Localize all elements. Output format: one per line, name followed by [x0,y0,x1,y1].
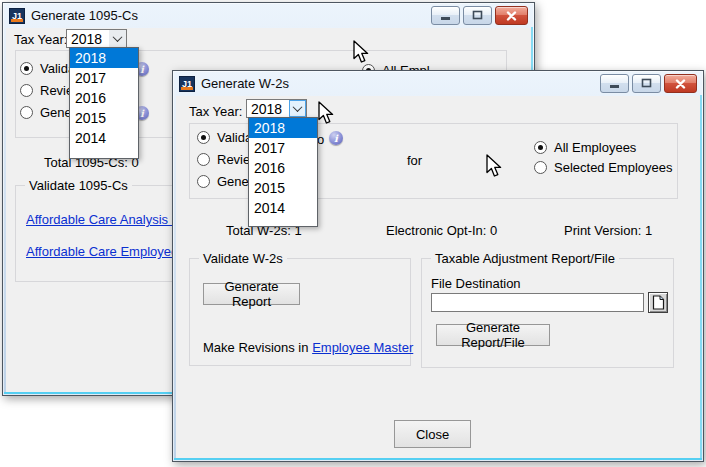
groupbox-label: Validate 1095-Cs [25,178,132,193]
radio-dot [20,62,33,75]
window-title: Generate 1095-Cs [31,8,138,23]
dropdown-option[interactable]: 2017 [70,68,138,88]
radio-label: All Employees [554,140,636,155]
radio-all-employees[interactable]: All Employees [534,140,636,155]
employee-master-link[interactable]: Employee Master [312,340,413,355]
dropdown-option[interactable]: 2014 [70,128,138,148]
dropdown-option[interactable]: 2017 [249,138,317,158]
maximize-icon [641,78,652,89]
radio-dot [20,84,33,97]
window-generate-w2s: J1 Generate W-2s Tax Year: 2018 Validate… [172,70,704,462]
info-icon[interactable] [329,131,343,145]
print-version-text: Print Version: 1 [564,223,652,238]
window-title: Generate W-2s [201,76,289,91]
tax-year-dropdown-list: 2018 2017 2016 2015 2014 [69,47,139,159]
app-icon: J1 [9,8,25,24]
radio-dot [197,153,210,166]
radio-dot [20,106,33,119]
maximize-icon [472,10,483,21]
close-button[interactable] [664,74,697,93]
close-dialog-button[interactable]: Close [394,420,471,448]
tax-year-combobox[interactable]: 2018 [66,29,127,48]
tax-year-label: Tax Year: [189,104,243,119]
file-destination-label: File Destination [431,276,521,291]
dropdown-option[interactable]: 2018 [70,48,138,68]
make-revisions-text: Make Revisions in Employee Master [203,340,413,355]
titlebar-w2s[interactable]: J1 Generate W-2s [173,71,703,96]
radio-generate[interactable]: Gener [20,105,76,120]
mouse-cursor [352,40,370,65]
radio-dot [197,131,210,144]
revisions-text: Make Revisions in [203,340,309,355]
titlebar-1095cs[interactable]: J1 Generate 1095-Cs [3,3,534,28]
taxable-adjustment-groupbox: Taxable Adjustment Report/File [421,258,674,368]
clipped-label-fragment: o [317,132,324,147]
app-icon: J1 [179,76,195,92]
maximize-button[interactable] [463,6,492,25]
browse-file-button[interactable] [648,292,668,313]
radio-selected-employees[interactable]: Selected Employees [534,160,673,175]
maximize-button[interactable] [632,74,661,93]
close-icon [506,11,517,21]
dropdown-option[interactable]: 2014 [249,198,317,218]
close-button[interactable] [495,6,528,25]
radio-dot [534,141,547,154]
mouse-cursor [485,154,503,179]
radio-label: Selected Employees [554,160,673,175]
for-label: for [407,153,422,168]
tax-year-combobox[interactable]: 2018 [246,99,307,118]
dropdown-option[interactable]: 2015 [70,108,138,128]
generate-report-file-button[interactable]: Generate Report/File [436,324,550,346]
minimize-icon [609,78,620,89]
mouse-cursor [317,101,335,126]
generate-report-button[interactable]: Generate Report [203,283,300,305]
tax-year-label: Tax Year: [14,32,68,47]
minimize-button[interactable] [431,6,460,25]
tax-year-value: 2018 [67,30,109,47]
file-icon [652,295,665,310]
close-icon [675,79,686,89]
radio-dot [534,161,547,174]
dropdown-option[interactable]: 2016 [70,88,138,108]
tax-year-value: 2018 [247,100,289,117]
minimize-icon [440,10,451,21]
dropdown-option[interactable]: 2018 [249,118,317,138]
dropdown-option[interactable]: 2015 [249,178,317,198]
radio-review[interactable]: Revie [20,83,73,98]
radio-validate[interactable]: Valida [20,61,75,76]
client-area-w2s: Tax Year: 2018 Validate Review Genera o … [176,96,700,458]
groupbox-label: Taxable Adjustment Report/File [431,251,619,266]
dropdown-option[interactable]: 2016 [249,158,317,178]
groupbox-label: Validate W-2s [199,251,287,266]
tax-year-dropdown-list: 2018 2017 2016 2015 2014 [248,117,318,227]
electronic-optin-text: Electronic Opt-In: 0 [386,223,497,238]
chevron-down-icon[interactable] [289,100,306,117]
minimize-button[interactable] [600,74,629,93]
file-destination-input[interactable] [431,293,644,312]
radio-dot [197,175,210,188]
chevron-down-icon[interactable] [109,30,126,47]
